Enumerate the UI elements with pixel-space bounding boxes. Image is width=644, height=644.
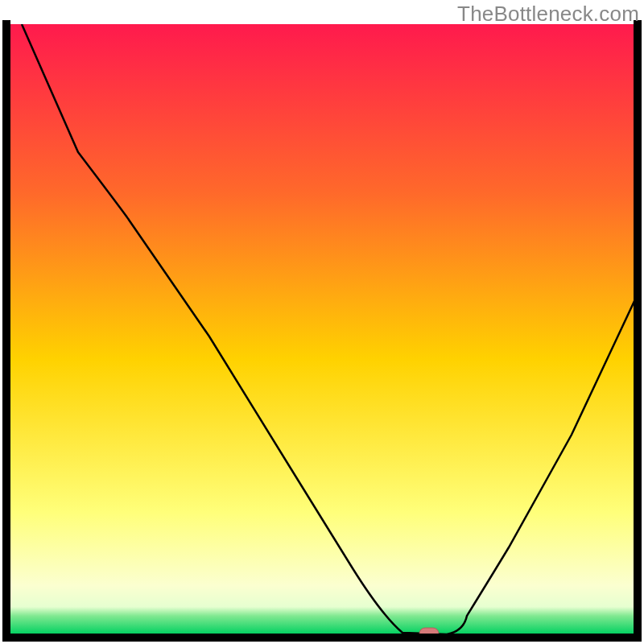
chart-svg <box>0 0 644 644</box>
plot-background <box>10 24 634 634</box>
watermark-label: TheBottleneck.com <box>457 2 639 27</box>
chart-container: TheBottleneck.com <box>0 0 644 644</box>
